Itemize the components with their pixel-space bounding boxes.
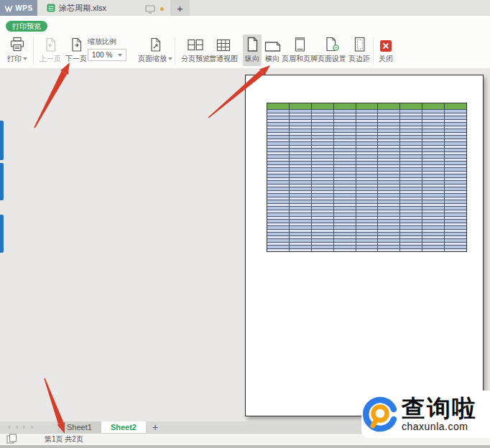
toolbar-separator — [175, 37, 175, 65]
sheet-nav-controls — [0, 421, 57, 433]
left-dock-bar — [0, 215, 4, 253]
header-footer-button[interactable]: 页眉和页脚 — [282, 34, 318, 66]
preview-table-row — [267, 151, 466, 154]
preview-table-row — [267, 238, 466, 242]
preview-table-row — [267, 232, 466, 235]
preview-table-row — [267, 197, 466, 200]
bottom-strip — [0, 445, 490, 448]
preview-table-row — [267, 135, 466, 139]
chevron-down-icon — [168, 57, 172, 60]
preview-table-row — [267, 148, 466, 151]
print-preview-badge: 打印预览 — [6, 21, 47, 32]
sheet-tab-sheet2[interactable]: Sheet2 — [101, 421, 146, 433]
new-tab-button[interactable]: + — [170, 0, 190, 16]
portrait-orientation-button[interactable]: 纵向 — [243, 34, 262, 66]
toolbar-separator — [33, 37, 34, 65]
preview-table-row — [267, 213, 466, 216]
landscape-orientation-button[interactable]: 横向 — [262, 34, 282, 66]
zoom-ratio-select[interactable]: 100 % — [88, 49, 126, 61]
normal-view-label: 普通视图 — [209, 55, 238, 62]
preview-table-row — [267, 223, 466, 225]
preview-table-row — [267, 225, 466, 229]
preview-table-row — [267, 245, 466, 248]
close-preview-button[interactable]: 关闭 — [376, 34, 395, 66]
watermark-domain: chaxunla.com — [402, 421, 477, 431]
preview-table-row — [267, 154, 466, 158]
preview-table-row — [267, 141, 466, 145]
landscape-label: 横向 — [265, 55, 279, 62]
preview-table-row — [267, 167, 466, 171]
preview-table-row — [267, 200, 466, 203]
preview-table-row — [267, 145, 466, 148]
watermark-title: 查询啦 — [402, 397, 477, 421]
last-sheet-icon[interactable] — [31, 425, 34, 429]
page-zoom-button[interactable]: 页面缩放 — [137, 34, 174, 66]
preview-table-row — [267, 119, 466, 122]
preview-table-row — [267, 158, 466, 161]
preview-table-row — [267, 126, 466, 129]
first-sheet-icon[interactable] — [7, 425, 10, 429]
portrait-page-icon — [243, 34, 262, 52]
watermark: 查询啦 chaxunla.com — [361, 391, 490, 438]
preview-table-row — [267, 177, 466, 180]
wps-menu-button[interactable]: WPS — [0, 0, 37, 16]
preview-table-row — [267, 235, 466, 238]
print-button[interactable]: 打印 — [4, 34, 30, 66]
wps-logo-icon — [4, 4, 13, 12]
preview-table-row — [267, 210, 466, 213]
normal-view-button[interactable]: 普通视图 — [206, 34, 241, 66]
preview-table-header — [267, 103, 466, 109]
add-sheet-label: + — [152, 421, 158, 433]
left-dock-bar — [0, 163, 4, 200]
next-sheet-icon[interactable] — [23, 425, 26, 429]
print-preview-toolbar: 打印预览 打印 上一页 — [0, 16, 490, 69]
preview-table-row — [267, 132, 466, 135]
zoom-ratio-label: 缩放比例 — [88, 37, 116, 47]
preview-table-row — [267, 164, 466, 167]
left-dock-bar — [0, 121, 4, 160]
preview-table-row — [267, 180, 466, 184]
add-sheet-button[interactable]: + — [146, 421, 165, 433]
wps-app-name: WPS — [15, 4, 32, 12]
page-setup-icon — [316, 34, 348, 52]
preview-table-row — [267, 206, 466, 210]
printer-icon — [4, 34, 30, 52]
spreadsheet-icon — [47, 4, 55, 12]
portrait-label: 纵向 — [245, 55, 259, 62]
page-zoom-icon — [137, 34, 174, 52]
previous-page-icon — [37, 34, 63, 52]
preview-table-row — [267, 113, 466, 116]
document-tab[interactable]: 涂芯周期.xlsx — [40, 0, 114, 16]
preview-table-row — [267, 129, 466, 132]
previous-page-button[interactable]: 上一页 — [37, 34, 63, 66]
header-footer-label: 页眉和页脚 — [282, 55, 318, 62]
previous-page-label: 上一页 — [40, 55, 61, 62]
preview-canvas: 查询啦 chaxunla.com — [0, 68, 490, 421]
preview-table-row — [267, 122, 466, 126]
preview-table — [267, 103, 467, 252]
next-page-button[interactable]: 下一页 — [63, 34, 89, 66]
page-setup-button[interactable]: 页面设置 — [316, 34, 348, 66]
monitor-icon[interactable] — [145, 4, 155, 17]
preview-table-row — [267, 242, 466, 245]
preview-table-row — [267, 161, 466, 164]
preview-table-row — [267, 229, 466, 232]
title-bar: WPS 涂芯周期.xlsx + — [0, 0, 490, 17]
page-setup-label: 页面设置 — [318, 55, 346, 62]
preview-table-row — [267, 248, 466, 251]
next-page-icon — [63, 34, 89, 52]
pages-icon — [6, 434, 17, 445]
prev-sheet-icon[interactable] — [15, 425, 18, 429]
preview-table-row — [267, 219, 466, 223]
print-label: 打印 — [7, 55, 22, 62]
preview-table-row — [267, 109, 466, 113]
preview-table-row — [267, 190, 466, 193]
print-preview-page — [245, 75, 484, 416]
new-tab-label: + — [177, 2, 183, 14]
chevron-down-icon — [23, 57, 27, 60]
close-icon — [376, 34, 395, 52]
landscape-page-icon — [262, 34, 282, 52]
sheet-tab-sheet1[interactable]: Sheet1 — [57, 421, 101, 433]
sheet1-label: Sheet1 — [67, 423, 92, 431]
page-margins-button[interactable]: 页边距 — [348, 34, 371, 66]
